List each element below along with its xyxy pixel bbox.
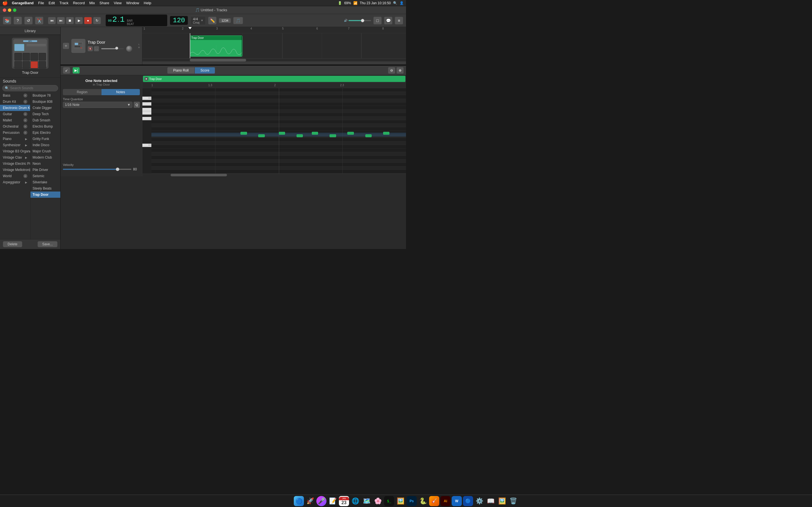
pr-note-7[interactable] (347, 132, 354, 135)
minimize-button[interactable] (8, 8, 11, 12)
subcategory-major-crush[interactable]: Major Crush (31, 148, 61, 154)
chat-button[interactable]: 💬 (384, 17, 393, 24)
user-icon[interactable]: 👤 (400, 1, 404, 5)
pr-note-1[interactable] (241, 132, 247, 135)
category-item-guitar[interactable]: Guitar+ (0, 111, 30, 117)
spotlight-icon[interactable]: 🔍 (393, 1, 397, 5)
category-item-arpeggiator[interactable]: Arpeggiator▶ (0, 179, 30, 185)
share-menu[interactable]: Share (98, 1, 111, 5)
skip-start-button[interactable]: ⏹ (66, 17, 74, 24)
pr-zoom-in-button[interactable]: ⊕ (396, 67, 404, 74)
subcategory-indie-disco[interactable]: Indie Disco (31, 142, 61, 148)
file-menu[interactable]: File (36, 1, 46, 5)
subcategory-steely-beats[interactable]: Steely Beats (31, 185, 61, 191)
pr-note-9[interactable] (383, 132, 390, 135)
apple-menu[interactable]: 🍎 (2, 0, 8, 6)
pencil-tool-button[interactable]: ✏️ (208, 17, 216, 24)
subcategory-modern-club[interactable]: Modern Club (31, 154, 61, 161)
category-item-percussion[interactable]: Percussion+ (0, 129, 30, 136)
mix-menu[interactable]: Mix (88, 1, 97, 5)
mute-button[interactable]: 🔇 (88, 46, 93, 51)
subcategory-silverlake[interactable]: Silverlake (31, 179, 61, 185)
play-button[interactable]: ▶ (75, 17, 83, 24)
track-pan-knob[interactable] (126, 46, 132, 52)
time-signature[interactable]: 4/4 Cmaj ▼ (190, 16, 206, 25)
region-tab[interactable]: Region (63, 89, 101, 95)
garageband-menu[interactable]: GarageBand (10, 1, 35, 5)
pr-back-button[interactable]: ↙ (63, 67, 70, 74)
add-track-button[interactable]: + (63, 43, 69, 49)
pr-note-8[interactable] (365, 134, 372, 137)
volume-thumb[interactable] (361, 19, 364, 22)
category-item-electronic-drum-kit[interactable]: Electronic Drum Kit▶ (0, 105, 30, 111)
share-button[interactable]: □ (373, 17, 382, 24)
category-item-drum-kit[interactable]: Drum Kit+ (0, 99, 30, 105)
view-menu[interactable]: View (112, 1, 123, 5)
time-quantize-dropdown[interactable]: 1/16 Note ▼ (63, 102, 133, 108)
category-item-synthesizer[interactable]: Synthesizer▶ (0, 142, 30, 148)
category-item-vintage-electric-piano[interactable]: Vintage Electric Piano▶ (0, 161, 30, 167)
pr-note-2[interactable] (258, 134, 265, 137)
instrument-image[interactable]: MPC (12, 38, 49, 69)
headphone-button[interactable]: 🎧 (94, 46, 99, 51)
subcategory-epic-electro[interactable]: Epic Electro (31, 129, 61, 136)
score-tab[interactable]: Score (195, 67, 215, 74)
category-item-vintage-mellotron[interactable]: Vintage Mellotron+ (0, 167, 30, 173)
track-volume-thumb[interactable] (115, 47, 118, 50)
help-menu[interactable]: Help (142, 1, 153, 5)
help-button[interactable]: ? (13, 17, 22, 24)
notes-tab[interactable]: Notes (101, 89, 140, 95)
pr-note-4[interactable] (297, 134, 303, 137)
tempo-display[interactable]: 120 (170, 16, 188, 25)
track-menu[interactable]: Track (58, 1, 70, 5)
subcategory-seismic[interactable]: Seismic (31, 173, 61, 179)
subcategory-boutique-78[interactable]: Boutique 78 (31, 93, 61, 99)
record-button[interactable]: ● (84, 17, 92, 24)
volume-track[interactable] (349, 20, 371, 21)
category-item-vintage-b3-organ[interactable]: Vintage B3 Organ▶ (0, 148, 30, 154)
record-menu[interactable]: Record (71, 1, 87, 5)
track-region[interactable]: Trap Door (190, 36, 243, 57)
quantize-apply-button[interactable]: Q (134, 102, 140, 108)
pr-midi-button[interactable]: ▶| (72, 67, 80, 74)
library-toggle-button[interactable]: 📚 (3, 17, 11, 24)
delete-button[interactable]: Delete (3, 241, 22, 247)
velocity-track[interactable] (63, 169, 132, 170)
edit-menu[interactable]: Edit (47, 1, 56, 5)
pr-note-3[interactable] (279, 132, 285, 135)
subcategory-dub-smash[interactable]: Dub Smash (31, 117, 61, 123)
master-button[interactable]: 1234 (219, 18, 231, 23)
subcategory-crate-digger[interactable]: Crate Digger (31, 105, 61, 111)
subcategory-deep-tech[interactable]: Deep Tech (31, 111, 61, 117)
subcategory-pile-driver[interactable]: Pile Driver (31, 167, 61, 173)
cycle-button[interactable]: ↻ (93, 17, 101, 24)
pr-note-6[interactable] (329, 134, 336, 137)
subcategory-electro-bump[interactable]: Electro Bump (31, 123, 61, 129)
track-instrument-icon[interactable] (71, 39, 86, 53)
search-input[interactable] (10, 86, 56, 90)
category-item-bass[interactable]: Bass+ (0, 93, 30, 99)
subcategory-gritty-funk[interactable]: Gritty Funk (31, 136, 61, 142)
category-item-vintage-clav[interactable]: Vintage Clav▶ (0, 154, 30, 161)
category-item-mallet[interactable]: Mallet+ (0, 117, 30, 123)
track-volume-slider[interactable] (101, 48, 124, 49)
window-menu[interactable]: Window (124, 1, 141, 5)
search-box[interactable]: 🔍 (2, 85, 58, 91)
pr-note-5[interactable] (312, 132, 318, 135)
fast-forward-button[interactable]: ⏭ (57, 17, 65, 24)
scissors-button[interactable]: ✂️ (35, 17, 43, 24)
save-button[interactable]: Save... (38, 241, 57, 247)
subcategory-boutique-808[interactable]: Boutique 808 (31, 99, 61, 105)
maximize-button[interactable] (13, 8, 16, 12)
category-item-world[interactable]: World+ (0, 173, 30, 179)
tracks-button[interactable]: ≡ (395, 17, 403, 24)
subcategory-trap-door[interactable]: Trap Door (31, 191, 61, 198)
piano-roll-tab[interactable]: Piano Roll (167, 67, 195, 74)
pr-scrollbar-thumb[interactable] (170, 174, 227, 176)
master-volume-slider[interactable]: 🔊 (344, 19, 371, 22)
rewind-button[interactable]: ⏮ (48, 17, 56, 24)
metronome-button[interactable]: 🎵 (233, 17, 243, 24)
velocity-slider[interactable]: 80 (63, 167, 140, 171)
category-item-orchestral[interactable]: Orchestral+ (0, 123, 30, 129)
close-button[interactable] (3, 8, 6, 12)
